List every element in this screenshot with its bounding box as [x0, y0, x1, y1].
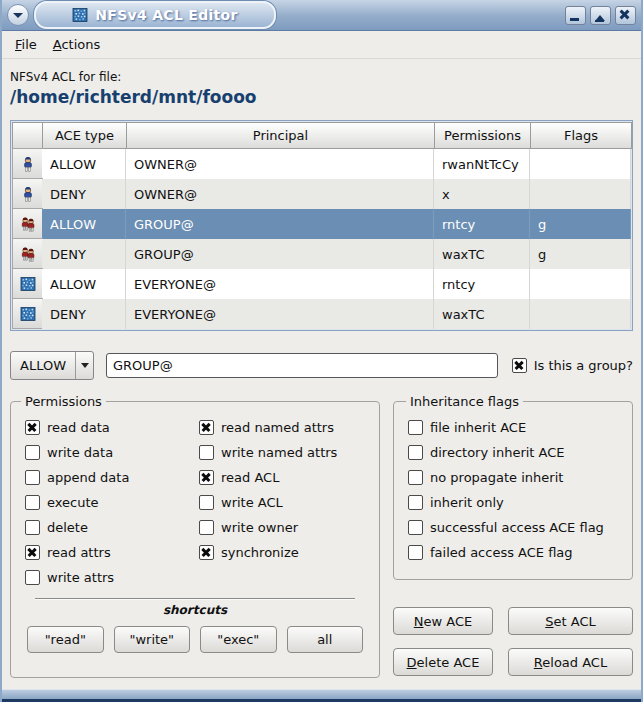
table-header: ACE type Principal Permissions Flags	[12, 122, 631, 149]
cell-permissions: waxTC	[434, 239, 530, 269]
column-flags[interactable]: Flags	[530, 122, 632, 149]
checkbox-delete[interactable]: delete	[25, 515, 195, 540]
cell-permissions: rntcy	[434, 209, 530, 239]
checkbox-synchronize[interactable]: synchronize	[199, 540, 369, 565]
checkbox-box	[512, 358, 527, 373]
cell-ace-type: DENY	[42, 239, 126, 269]
cell-principal: EVERYONE@	[126, 299, 434, 329]
checkbox-write-attrs[interactable]: write attrs	[25, 565, 195, 590]
checkbox-file-inherit-ace[interactable]: file inherit ACE	[406, 415, 622, 440]
cell-principal: GROUP@	[126, 209, 434, 239]
shortcuts-label: shortcuts	[21, 603, 369, 617]
checkbox-label: Is this a group?	[534, 358, 633, 373]
file-path: /home/richterd/mnt/foooo	[10, 87, 633, 107]
column-icon[interactable]	[12, 122, 43, 149]
everyone-icon	[12, 298, 43, 329]
checkbox-append-data[interactable]: append data	[25, 465, 195, 490]
cell-flags	[530, 299, 631, 329]
cell-flags: g	[530, 209, 631, 239]
ace-editor-row: ALLOW Is this a group?	[10, 351, 633, 380]
cell-principal: GROUP@	[126, 239, 434, 269]
cell-flags	[530, 179, 631, 209]
checkbox-read-acl[interactable]: read ACL	[199, 465, 369, 490]
checkbox-read-named-attrs[interactable]: read named attrs	[199, 415, 369, 440]
window-menu-button[interactable]	[7, 4, 29, 26]
shortcut-all-button[interactable]: all	[287, 626, 364, 653]
shortcut-read-button[interactable]: "read"	[27, 626, 104, 653]
checkbox-successful-access-ace-flag[interactable]: successful access ACE flag	[406, 515, 622, 540]
window-controls	[565, 6, 636, 25]
table-row[interactable]: DENY EVERYONE@ waxTC	[12, 299, 631, 329]
delete-ace-button[interactable]: Delete ACE	[393, 648, 493, 676]
principal-input[interactable]	[106, 353, 498, 378]
permissions-title: Permissions	[21, 394, 106, 409]
user-icon	[12, 148, 43, 179]
is-group-checkbox[interactable]: Is this a group?	[512, 358, 633, 373]
group-icon	[12, 238, 43, 269]
cell-flags	[530, 269, 631, 299]
menubar: File Actions	[2, 31, 641, 59]
maximize-button[interactable]	[590, 6, 611, 25]
close-button[interactable]	[615, 6, 636, 25]
table-row-selected[interactable]: ALLOW GROUP@ rntcy g	[12, 209, 631, 239]
app-window: NFSv4 ACL Editor File Actions NFSv4 ACL …	[0, 0, 643, 702]
cell-principal: OWNER@	[126, 179, 434, 209]
group-icon	[12, 208, 43, 239]
cell-ace-type: ALLOW	[42, 209, 126, 239]
column-permissions[interactable]: Permissions	[434, 122, 531, 149]
chevron-down-icon[interactable]	[76, 352, 93, 379]
cell-ace-type: ALLOW	[42, 149, 126, 179]
cell-permissions: rntcy	[434, 269, 530, 299]
checkbox-write-data[interactable]: write data	[25, 440, 195, 465]
title-capsule: NFSv4 ACL Editor	[34, 1, 276, 29]
user-icon	[12, 178, 43, 209]
separator	[35, 598, 355, 600]
cell-permissions: waxTC	[434, 299, 530, 329]
column-ace-type[interactable]: ACE type	[42, 122, 127, 149]
table-row[interactable]: DENY GROUP@ waxTC g	[12, 239, 631, 269]
minimize-button[interactable]	[565, 6, 586, 25]
inheritance-title: Inheritance flags	[406, 394, 523, 409]
table-row[interactable]: ALLOW EVERYONE@ rntcy	[12, 269, 631, 299]
checkbox-no-propagate-inherit[interactable]: no propagate inherit	[406, 465, 622, 490]
set-acl-button[interactable]: Set ACL	[508, 607, 633, 635]
cell-principal: OWNER@	[126, 149, 434, 179]
acl-table: ACE type Principal Permissions Flags ALL…	[10, 120, 633, 331]
table-row[interactable]: DENY OWNER@ x	[12, 179, 631, 209]
new-ace-button[interactable]: New ACE	[393, 607, 493, 635]
cell-permissions: x	[434, 179, 530, 209]
checkbox-read-attrs[interactable]: read attrs	[25, 540, 195, 565]
chevron-down-icon	[13, 13, 23, 23]
cell-permissions: rwanNtTcCy	[434, 149, 530, 179]
cell-ace-type: ALLOW	[42, 269, 126, 299]
cell-flags	[530, 149, 631, 179]
checkbox-write-acl[interactable]: write ACL	[199, 490, 369, 515]
window-bottom-frame	[2, 689, 641, 702]
cell-ace-type: DENY	[42, 179, 126, 209]
menu-actions[interactable]: Actions	[53, 37, 101, 52]
shortcut-exec-button[interactable]: "exec"	[200, 626, 277, 653]
reload-acl-button[interactable]: Reload ACL	[508, 648, 633, 676]
checkbox-directory-inherit-ace[interactable]: directory inherit ACE	[406, 440, 622, 465]
shortcut-write-button[interactable]: "write"	[114, 626, 191, 653]
checkbox-failed-access-ace-flag[interactable]: failed access ACE flag	[406, 540, 622, 565]
cell-principal: EVERYONE@	[126, 269, 434, 299]
checkbox-write-named-attrs[interactable]: write named attrs	[199, 440, 369, 465]
inheritance-groupbox: Inheritance flags file inherit ACE direc…	[393, 394, 633, 580]
ace-type-combo[interactable]: ALLOW	[10, 351, 94, 380]
cell-flags: g	[530, 239, 631, 269]
ace-type-combo-value: ALLOW	[11, 352, 75, 379]
file-label: NFSv4 ACL for file:	[10, 70, 633, 84]
everyone-icon	[12, 268, 43, 299]
menu-file[interactable]: File	[15, 37, 37, 52]
column-principal[interactable]: Principal	[126, 122, 435, 149]
table-row[interactable]: ALLOW OWNER@ rwanNtTcCy	[12, 149, 631, 179]
checkbox-read-data[interactable]: read data	[25, 415, 195, 440]
checkbox-execute[interactable]: execute	[25, 490, 195, 515]
checkbox-inherit-only[interactable]: inherit only	[406, 490, 622, 515]
checkbox-write-owner[interactable]: write owner	[199, 515, 369, 540]
cell-ace-type: DENY	[42, 299, 126, 329]
app-icon	[72, 7, 88, 23]
window-title: NFSv4 ACL Editor	[95, 7, 237, 23]
minimize-icon	[570, 18, 579, 21]
